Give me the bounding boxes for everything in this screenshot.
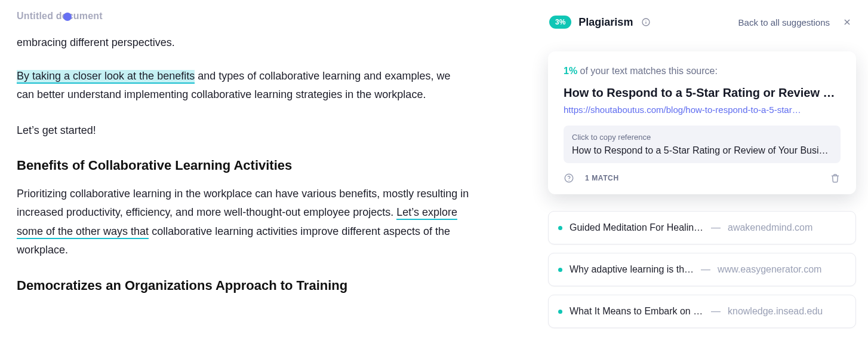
source-title: How to Respond to a 5-Star Rating or Rev… — [564, 86, 841, 100]
bullet-icon — [558, 268, 562, 272]
source-item-domain: knowledge.insead.edu — [728, 306, 823, 317]
heading-democratizes: Democratizes an Organizations Approach t… — [17, 274, 470, 298]
svg-point-6 — [568, 180, 569, 180]
copy-reference-label: Click to copy reference — [572, 133, 832, 142]
source-item[interactable]: What It Means to Embark on a… — knowledg… — [548, 295, 856, 328]
source-item[interactable]: Guided Meditation For Healing Ill… — awa… — [548, 211, 856, 244]
source-item-title: What It Means to Embark on a… — [570, 306, 704, 317]
other-sources-list: Guided Meditation For Healing Ill… — awa… — [548, 211, 856, 328]
close-icon[interactable] — [843, 18, 851, 26]
separator: — — [701, 264, 710, 275]
info-icon[interactable] — [641, 17, 651, 27]
card-footer: 1 MATCH — [564, 173, 841, 183]
source-item-title: Guided Meditation For Healing Ill… — [570, 222, 704, 233]
panel-header: 3% Plagiarism Back to all suggestions — [548, 4, 856, 35]
match-summary-text: of your text matches this source: — [580, 66, 718, 76]
trash-icon[interactable] — [830, 173, 841, 183]
bullet-icon — [558, 226, 562, 230]
bullet-icon — [558, 310, 562, 314]
paragraph-highlighted: By taking a closer look at the benefits … — [17, 67, 470, 105]
match-count: 1 MATCH — [585, 174, 619, 182]
source-item-domain: www.easygenerator.com — [718, 264, 821, 275]
source-item-title: Why adaptive learning is th… — [570, 264, 694, 275]
help-icon[interactable] — [564, 173, 574, 183]
plagiarism-highlight[interactable]: By taking a closer look at the benefits — [17, 70, 195, 84]
percentage-chip: 3% — [549, 16, 571, 29]
document-body: embracing different perspectives. By tak… — [17, 33, 470, 304]
match-percentage: 1% — [564, 66, 577, 76]
source-card: 1% of your text matches this source: How… — [548, 51, 856, 194]
paragraph-get-started: Let’s get started! — [17, 121, 470, 140]
copy-reference-text: How to Respond to a 5-Star Rating or Rev… — [572, 145, 832, 156]
separator: — — [711, 222, 721, 233]
cursor-marker — [63, 13, 72, 21]
panel-title: Plagiarism — [578, 16, 633, 29]
paragraph-intro: embracing different perspectives. — [17, 33, 470, 53]
copy-reference-button[interactable]: Click to copy reference How to Respond t… — [564, 126, 841, 163]
source-item[interactable]: Why adaptive learning is th… — www.easyg… — [548, 253, 856, 286]
document-title: Untitled document — [17, 11, 103, 22]
separator: — — [711, 306, 721, 317]
paragraph-benefits: Prioritizing collaborative learning in t… — [17, 185, 470, 260]
source-url-link[interactable]: https://shoutaboutus.com/blog/how-to-res… — [564, 105, 841, 115]
svg-point-2 — [646, 20, 647, 21]
heading-benefits: Benefits of Collaborative Learning Activ… — [17, 154, 470, 178]
plagiarism-panel: 3% Plagiarism Back to all suggestions 1%… — [548, 4, 856, 328]
match-summary: 1% of your text matches this source: — [564, 66, 841, 77]
back-to-suggestions-link[interactable]: Back to all suggestions — [738, 17, 830, 27]
source-item-domain: awakenedmind.com — [728, 222, 812, 233]
